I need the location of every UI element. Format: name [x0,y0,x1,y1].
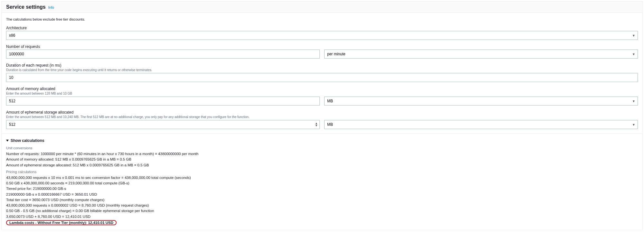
architecture-field: Architecture ▼ [6,26,638,40]
requests-field: Number of requests ▼ [6,44,638,59]
memory-label: Amount of memory allocated [6,87,638,91]
duration-field: Duration of each request (in ms) Duratio… [6,63,638,82]
pricing-calc-heading: Pricing calculations [6,170,638,174]
info-link[interactable]: Info [48,5,54,9]
storage-label: Amount of ephemeral storage allocated [6,110,638,115]
lambda-cost-final: Lambda costs - Without Free Tier (monthl… [6,220,117,225]
unit-conversions-list: Number of requests: 1000000 per minute *… [6,151,638,168]
calc-line: 3,650.0073 USD + 8,760.00 USD = 12,410.0… [6,214,638,219]
divider [2,134,642,134]
calc-line: Amount of ephemeral storage allocated: 5… [6,162,638,168]
duration-label: Duration of each request (in ms) [6,63,638,68]
calc-line: Number of requests: 1000000 per minute *… [6,151,638,157]
calc-line: 43,800,000,000 requests x 10 ms x 0.001 … [6,175,638,181]
storage-input[interactable] [6,120,320,129]
calc-line: 219000000 GB-s x 0.0000166667 USD = 3650… [6,192,638,197]
storage-unit-select[interactable] [324,120,638,129]
calc-line: Tiered price for: 219000000.00 GB-s [6,186,638,191]
show-calculations-label: Show calculations [11,138,44,143]
storage-hint: Enter the amount between 512 MB and 10,2… [6,115,638,119]
panel-body: The calculations below exclude free tier… [2,13,642,230]
service-settings-panel: Service settings Info The calculations b… [1,1,643,230]
memory-field: Amount of memory allocated Enter the amo… [6,87,638,106]
memory-hint: Enter the amount between 128 MB and 10 G… [6,92,638,95]
calc-line: 0.50 GB x 438,000,000.00 seconds = 219,0… [6,181,638,186]
pricing-calc-list: 43,800,000,000 requests x 10 ms x 0.001 … [6,175,638,219]
storage-field: Amount of ephemeral storage allocated En… [6,110,638,129]
caret-down-icon [6,140,9,142]
requests-input[interactable] [6,50,320,59]
calc-line: Total tier cost = 3650.0073 USD (monthly… [6,197,638,203]
free-tier-note: The calculations below exclude free tier… [6,17,638,21]
duration-hint: Duration is calculated from the time you… [6,68,638,72]
requests-label: Number of requests [6,44,638,49]
panel-title: Service settings [6,4,46,10]
panel-header: Service settings Info [2,2,642,13]
calc-line: Amount of memory allocated: 512 MB x 0.0… [6,157,638,162]
unit-conversions-heading: Unit conversions [6,146,638,150]
memory-unit-select[interactable] [324,97,638,106]
calc-line: 43,800,000,000 requests x 0.0000002 USD … [6,203,638,208]
duration-input[interactable] [6,73,638,82]
calc-line: 0.50 GB - 0.5 GB (no additional charge) … [6,208,638,214]
memory-input[interactable] [6,97,320,106]
show-calculations-toggle[interactable]: Show calculations [6,138,638,143]
requests-unit-select[interactable] [324,50,638,59]
architecture-select[interactable] [6,31,638,40]
architecture-label: Architecture [6,26,638,30]
